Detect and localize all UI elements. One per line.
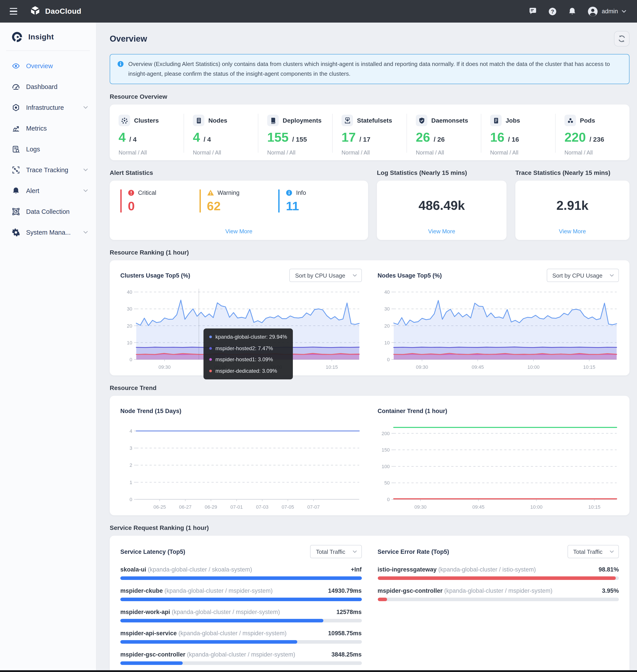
latency-bar: [120, 661, 182, 665]
sidebar-item-metrics[interactable]: Metrics: [0, 118, 96, 139]
sidebar-item-label: Overview: [26, 62, 53, 69]
svg-text:40: 40: [384, 289, 389, 295]
brand-name: DaoCloud: [45, 7, 81, 16]
svg-text:10: 10: [384, 340, 389, 346]
svg-text:30: 30: [384, 306, 389, 312]
svg-text:0: 0: [130, 357, 132, 362]
select-value: Total Traffic: [573, 548, 602, 555]
traces-view-more-link[interactable]: View More: [526, 228, 619, 235]
sidebar-item-label: Trace Tracking: [26, 166, 68, 173]
resource-nodes: Nodes 4 4 Normal / All: [184, 114, 258, 153]
window-bottom-edge: [0, 670, 637, 672]
node-trend-panel: Node Trend (15 Days) 0123406-2506-2706-2…: [120, 404, 362, 511]
alert-statistics-card: Critical 0 Warning 62: [110, 181, 368, 240]
svg-text:07-05: 07-05: [281, 504, 294, 510]
sidebar-item-overview[interactable]: Overview: [0, 55, 96, 76]
total-traffic-select[interactable]: Total Traffic: [567, 545, 619, 558]
alerts-view-more-link[interactable]: View More: [120, 228, 358, 235]
svg-text:3: 3: [130, 446, 132, 451]
refresh-button[interactable]: [614, 31, 630, 47]
sidebar-item-trace-tracking[interactable]: Trace Tracking: [0, 159, 96, 180]
nodes-usage-chart[interactable]: 01020304009:3009:4510:0010:15: [378, 284, 619, 371]
chart-title: Container Trend (1 hour): [378, 407, 447, 414]
select-value: Sort by CPU Usage: [552, 272, 602, 279]
svg-text:1: 1: [130, 480, 132, 485]
sidebar-item-alert[interactable]: Alert: [0, 180, 96, 201]
svg-text:4: 4: [130, 428, 132, 434]
service-context: (kpanda-global-cluster / mspider-system): [444, 587, 552, 594]
select-value: Total Traffic: [316, 548, 345, 555]
section-resource-trend: Resource Trend: [110, 384, 630, 391]
logs-view-more-link[interactable]: View More: [387, 228, 496, 235]
resource-pods: Pods 220 236 Normal / All: [555, 114, 630, 153]
node-trend-chart[interactable]: 0123406-2506-2706-2907-0107-0307-0507-07: [120, 420, 362, 511]
chevron-down-icon: [352, 550, 357, 553]
service-value: 3.95%: [602, 587, 619, 594]
notification-bell-icon[interactable]: [568, 7, 577, 16]
hamburger-menu-icon[interactable]: [10, 8, 17, 14]
sidebar-item-label: Logs: [26, 145, 40, 153]
latency-bar-track: [120, 598, 362, 601]
svg-text:20: 20: [384, 323, 389, 329]
service-name: mspider-gsc-controller: [120, 651, 185, 658]
latency-row: skoala-ui (kpanda-global-cluster / skoal…: [120, 566, 362, 580]
sidebar-item-infrastructure[interactable]: Infrastructure: [0, 97, 96, 118]
sidebar-item-data-collection[interactable]: Data Collection: [0, 201, 96, 222]
panel-title: Service Error Rate (Top5): [378, 548, 449, 555]
alert-label: Info: [296, 190, 306, 196]
sidebar-item-label: System Mana...: [26, 229, 71, 236]
svg-text:07-07: 07-07: [307, 504, 320, 510]
chart-line-icon: [12, 124, 20, 132]
svg-text:2: 2: [130, 463, 132, 468]
info-badge-icon: [286, 190, 293, 196]
svg-text:0: 0: [387, 357, 389, 362]
help-icon[interactable]: ?: [548, 7, 557, 16]
sort-by-cpu-usage-select[interactable]: Sort by CPU Usage: [547, 269, 619, 282]
chart-title: Nodes Usage Top5 (%): [378, 272, 442, 279]
user-menu[interactable]: admin: [587, 6, 626, 17]
chat-icon[interactable]: [529, 7, 537, 16]
svg-text:10:15: 10:15: [588, 504, 600, 510]
svg-text:09:30: 09:30: [158, 364, 170, 370]
log-statistics-card: 486.49k View More: [377, 181, 507, 240]
page-title: Overview: [110, 34, 147, 43]
svg-text:06-25: 06-25: [153, 504, 166, 510]
svg-text:06-27: 06-27: [179, 504, 192, 510]
error-bar: [378, 598, 387, 601]
sidebar-item-dashboard[interactable]: Dashboard: [0, 76, 96, 97]
sidebar-item-system-management[interactable]: System Mana...: [0, 222, 96, 243]
resource-value: 16: [490, 130, 505, 144]
service-value: 98.81%: [599, 566, 619, 573]
total-traffic-select[interactable]: Total Traffic: [310, 545, 362, 558]
resource-total: 17: [360, 136, 370, 143]
sidebar-item-logs[interactable]: Logs: [0, 139, 96, 159]
section-alert-statistics: Alert Statistics: [110, 169, 368, 176]
resource-total: 16: [508, 136, 519, 143]
topbar-actions: ? admin: [529, 6, 626, 17]
service-value: 3848.25ms: [331, 651, 362, 658]
resource-overview-card: Clusters 4 4 Normal / All Nodes 4 4 Norm…: [110, 105, 630, 160]
container-trend-panel: Container Trend (1 hour) 05010015020009:…: [378, 404, 619, 511]
info-banner: Overview (Excluding Alert Statistics) on…: [110, 54, 630, 84]
latency-bar-track: [120, 619, 362, 622]
svg-text:150: 150: [381, 447, 389, 453]
svg-text:10:00: 10:00: [530, 504, 542, 510]
svg-text:0: 0: [387, 497, 389, 502]
latency-bar: [120, 619, 324, 622]
svg-text:06-29: 06-29: [205, 504, 217, 510]
sort-by-cpu-usage-select[interactable]: Sort by CPU Usage: [289, 269, 362, 282]
latency-bar: [120, 598, 362, 601]
clusters-usage-chart[interactable]: 01020304009:3009:4510:0010:15: [120, 284, 362, 371]
service-name: istio-ingressgateway: [378, 566, 437, 573]
sidebar-item-label: Data Collection: [26, 208, 70, 215]
resource-trend-card: Node Trend (15 Days) 0123406-2506-2706-2…: [110, 396, 630, 515]
resource-note: Normal / All: [342, 149, 404, 156]
container-trend-chart[interactable]: 05010015020009:3009:4510:0010:15: [378, 420, 619, 511]
top-bar: DaoCloud ? admin: [0, 0, 637, 22]
resource-note: Normal / All: [490, 149, 552, 156]
svg-text:0: 0: [130, 497, 132, 502]
resource-label: Statefulsets: [357, 117, 392, 124]
data-collection-icon: [12, 207, 20, 215]
svg-text:09:45: 09:45: [472, 504, 485, 510]
sidebar: Insight Overview Dashboard: [0, 22, 96, 670]
